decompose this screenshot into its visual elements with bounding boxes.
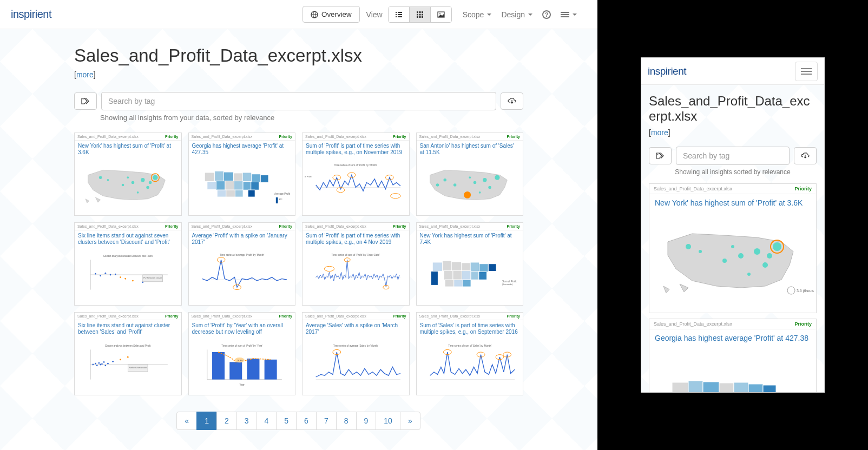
page-3[interactable]: 3 bbox=[236, 412, 257, 430]
page-next[interactable]: » bbox=[400, 412, 420, 430]
help-icon[interactable]: ? bbox=[542, 10, 551, 19]
svg-rect-128 bbox=[212, 352, 225, 380]
svg-rect-3 bbox=[396, 14, 397, 15]
svg-point-64 bbox=[443, 178, 446, 182]
globe-icon bbox=[311, 11, 318, 18]
svg-rect-159 bbox=[672, 382, 688, 393]
search-input[interactable] bbox=[101, 92, 496, 110]
svg-rect-99 bbox=[444, 271, 453, 280]
insight-card[interactable]: Sales_and_Profit_Data_excerpt.xlsxPriori… bbox=[74, 133, 182, 216]
page-7[interactable]: 7 bbox=[316, 412, 337, 430]
search-row bbox=[649, 147, 817, 165]
svg-rect-4 bbox=[398, 14, 402, 15]
page-8[interactable]: 8 bbox=[336, 412, 357, 430]
scope-dropdown[interactable]: Scope bbox=[463, 10, 492, 19]
svg-rect-36 bbox=[260, 175, 268, 183]
svg-rect-130 bbox=[247, 359, 259, 380]
svg-rect-131 bbox=[264, 360, 277, 380]
svg-rect-162 bbox=[719, 383, 734, 393]
download-button[interactable] bbox=[501, 92, 523, 110]
page-2[interactable]: 2 bbox=[216, 412, 237, 430]
svg-point-70 bbox=[95, 273, 96, 275]
status-text: Showing all insights sorted by relevance bbox=[649, 168, 817, 176]
insight-card[interactable]: Sales_and_Profit_Data_excerpt.xlsxPriori… bbox=[416, 133, 524, 216]
svg-rect-44 bbox=[217, 190, 226, 197]
view-grid-button[interactable] bbox=[410, 7, 431, 22]
insight-card[interactable]: Sales_and_Profit_Data_excerpt.xlsxPriori… bbox=[74, 312, 182, 395]
page-9[interactable]: 9 bbox=[356, 412, 377, 430]
insight-card[interactable]: Sales_and_Profit_Data_excerpt.xlsxPriori… bbox=[188, 222, 296, 306]
svg-text:Cluster analysis between Disco: Cluster analysis between Discount and Pr… bbox=[103, 255, 153, 257]
svg-rect-94 bbox=[461, 263, 470, 271]
download-button[interactable] bbox=[794, 147, 817, 164]
svg-point-112 bbox=[95, 363, 96, 365]
svg-rect-160 bbox=[688, 381, 703, 393]
cloud-download-icon bbox=[801, 152, 810, 160]
brand-logo[interactable]: inspirient bbox=[11, 8, 51, 21]
view-list-button[interactable] bbox=[389, 7, 410, 22]
design-dropdown[interactable]: Design bbox=[501, 10, 532, 19]
svg-point-152 bbox=[699, 250, 702, 253]
svg-rect-101 bbox=[462, 271, 471, 280]
svg-rect-11 bbox=[419, 14, 420, 15]
svg-text:Cluster analysis between Sales: Cluster analysis between Sales and Profi… bbox=[105, 345, 151, 347]
search-input[interactable] bbox=[676, 147, 790, 165]
insight-card[interactable]: Sales_and_Profit_Data_excerpt.xlsxPriori… bbox=[416, 222, 524, 306]
svg-text:Average Profit: Average Profit bbox=[274, 193, 291, 195]
svg-point-24 bbox=[122, 184, 124, 187]
tag-button[interactable] bbox=[74, 92, 97, 110]
mobile-menu-toggle[interactable] bbox=[795, 62, 818, 81]
page-6[interactable]: 6 bbox=[296, 412, 317, 430]
page-prev[interactable]: « bbox=[176, 412, 197, 430]
more-link[interactable]: more bbox=[651, 128, 668, 137]
insight-card[interactable]: Sales_and_Profit_Data_excerpt.xlsxPriori… bbox=[302, 312, 410, 395]
svg-rect-95 bbox=[470, 262, 479, 272]
svg-rect-41 bbox=[243, 182, 251, 190]
svg-point-66 bbox=[478, 191, 481, 194]
menu-dropdown[interactable] bbox=[561, 11, 577, 18]
insight-card[interactable]: Sales_and_Profit_Data_excerpt.xlsxPriori… bbox=[74, 222, 182, 306]
svg-point-58 bbox=[464, 191, 471, 198]
svg-point-23 bbox=[146, 186, 149, 189]
insight-grid: Sales_and_Profit_Data_excerpt.xlsxPriori… bbox=[74, 133, 523, 395]
insight-card[interactable]: Sales_and_Profit_Data_excerpt.xlsxPriori… bbox=[416, 312, 524, 395]
pagination: « 1 2 3 4 5 6 7 8 9 10 » bbox=[74, 412, 523, 430]
insight-card[interactable]: Sales_and_Profit_Data_excerpt.xlsxPriori… bbox=[188, 133, 296, 216]
mobile-navbar: inspirient bbox=[641, 58, 824, 85]
svg-rect-103 bbox=[478, 272, 486, 280]
svg-rect-9 bbox=[422, 11, 423, 13]
svg-point-149 bbox=[738, 253, 744, 259]
insight-card[interactable]: Sales_and_Profit_Data_excerpt.xlsxPriori… bbox=[649, 319, 817, 393]
page-5[interactable]: 5 bbox=[276, 412, 297, 430]
svg-rect-34 bbox=[242, 173, 252, 182]
more-link[interactable]: more bbox=[76, 70, 94, 79]
insight-card[interactable]: Sales_and_Profit_Data_excerpt.xlsxPriori… bbox=[302, 222, 410, 306]
svg-point-27 bbox=[137, 191, 139, 194]
image-icon bbox=[437, 11, 445, 18]
insight-card[interactable]: Sales_and_Profit_Data_excerpt.xlsxPriori… bbox=[649, 183, 817, 313]
svg-point-151 bbox=[722, 259, 727, 263]
more-wrapper: [more] bbox=[649, 128, 817, 137]
svg-rect-5 bbox=[396, 16, 397, 17]
svg-rect-2 bbox=[398, 12, 402, 13]
svg-rect-163 bbox=[734, 382, 748, 393]
view-image-button[interactable] bbox=[431, 7, 451, 22]
svg-rect-12 bbox=[422, 14, 423, 15]
brand-logo[interactable]: inspirient bbox=[648, 65, 686, 77]
page-1[interactable]: 1 bbox=[196, 412, 217, 430]
hamburger-icon bbox=[561, 11, 569, 18]
tag-button[interactable] bbox=[649, 147, 672, 164]
svg-point-115 bbox=[100, 364, 101, 366]
svg-rect-93 bbox=[451, 262, 461, 271]
page-10[interactable]: 10 bbox=[376, 412, 400, 430]
svg-point-111 bbox=[92, 364, 94, 366]
insight-card[interactable]: Sales_and_Profit_Data_excerpt.xlsxPriori… bbox=[302, 133, 410, 216]
page-4[interactable]: 4 bbox=[257, 412, 277, 430]
view-label: View bbox=[366, 10, 383, 19]
svg-rect-161 bbox=[703, 382, 719, 393]
svg-rect-45 bbox=[226, 190, 235, 197]
svg-point-59 bbox=[495, 175, 499, 180]
insight-card[interactable]: Sales_and_Profit_Data_excerpt.xlsxPriori… bbox=[188, 312, 296, 395]
overview-button[interactable]: Overview bbox=[303, 6, 360, 23]
svg-point-113 bbox=[96, 365, 98, 366]
